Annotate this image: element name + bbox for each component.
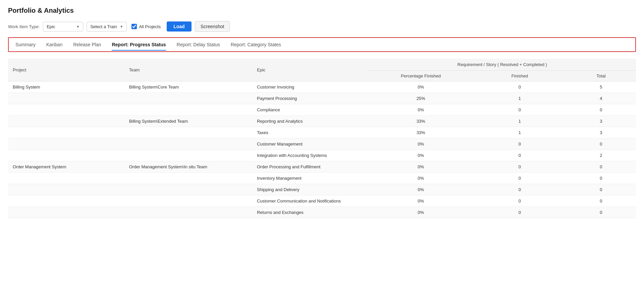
- table-row: Order Management SystemOrder Management …: [8, 161, 636, 173]
- col-header-project: Project: [8, 59, 124, 81]
- work-item-type-value: Epic: [47, 24, 55, 29]
- cell-total: 0: [566, 161, 636, 173]
- table-row: Integration with Accounting Systems0%02: [8, 150, 636, 161]
- cell-pct-finished: 0%: [369, 138, 473, 150]
- tab-report-progress[interactable]: Report: Progress Status: [106, 39, 171, 51]
- table-row: Inventory Management0%00: [8, 173, 636, 184]
- col-header-total: Total: [566, 71, 636, 81]
- all-projects-label: All Projects: [139, 24, 161, 29]
- cell-project: [8, 138, 124, 150]
- cell-project: [8, 195, 124, 207]
- tab-report-category[interactable]: Report: Category States: [225, 39, 286, 51]
- page-title: Portfolio & Analytics: [8, 7, 636, 14]
- table-row: Payment Processing25%14: [8, 93, 636, 104]
- cell-epic: Shipping and Delivery: [252, 184, 369, 195]
- cell-total: 0: [566, 207, 636, 218]
- cell-team: [124, 195, 252, 207]
- all-projects-group: All Projects: [131, 24, 161, 29]
- cell-team: [124, 104, 252, 116]
- table-row: Taxes33%13: [8, 127, 636, 138]
- table-row: Shipping and Delivery0%00: [8, 184, 636, 195]
- cell-pct-finished: 0%: [369, 81, 473, 93]
- col-header-team: Team: [124, 59, 252, 81]
- table-row: Customer Communication and Notifications…: [8, 195, 636, 207]
- report-table: Project Team Epic Requirement / Story ( …: [8, 59, 636, 218]
- cell-epic: Customer Invoicing: [252, 81, 369, 93]
- cell-pct-finished: 25%: [369, 93, 473, 104]
- col-header-epic: Epic: [252, 59, 369, 81]
- table-row: Compliance0%00: [8, 104, 636, 116]
- cell-epic: Payment Processing: [252, 93, 369, 104]
- cell-pct-finished: 0%: [369, 195, 473, 207]
- cell-team: [124, 138, 252, 150]
- col-header-req-story: Requirement / Story ( Resolved + Complet…: [369, 59, 636, 71]
- chevron-down-icon: ▼: [76, 25, 79, 28]
- cell-total: 0: [566, 104, 636, 116]
- table-row: Billing SystemBilling System\Core TeamCu…: [8, 81, 636, 93]
- select-train-dropdown[interactable]: Select a Train ▼: [87, 22, 127, 32]
- table-row: Customer Management0%00: [8, 138, 636, 150]
- col-header-pct-finished: Percentage Finished: [369, 71, 473, 81]
- cell-total: 5: [566, 81, 636, 93]
- cell-epic: Returns and Exchanges: [252, 207, 369, 218]
- cell-finished: 1: [473, 116, 566, 127]
- cell-finished: 0: [473, 173, 566, 184]
- tab-report-delay[interactable]: Report: Delay Status: [171, 39, 225, 51]
- cell-pct-finished: 0%: [369, 207, 473, 218]
- tab-kanban[interactable]: Kanban: [41, 39, 68, 51]
- report-table-container: Project Team Epic Requirement / Story ( …: [8, 59, 636, 218]
- work-item-type-label: Work Item Type:: [8, 24, 40, 29]
- cell-total: 3: [566, 116, 636, 127]
- screenshot-button[interactable]: Screenshot: [195, 21, 230, 32]
- cell-total: 0: [566, 173, 636, 184]
- cell-team: [124, 173, 252, 184]
- tab-summary[interactable]: Summary: [10, 39, 41, 51]
- cell-project: [8, 104, 124, 116]
- cell-finished: 0: [473, 150, 566, 161]
- cell-epic: Integration with Accounting Systems: [252, 150, 369, 161]
- cell-pct-finished: 0%: [369, 150, 473, 161]
- cell-finished: 0: [473, 161, 566, 173]
- tab-release-plan[interactable]: Release Plan: [68, 39, 106, 51]
- cell-epic: Compliance: [252, 104, 369, 116]
- cell-project: [8, 184, 124, 195]
- cell-epic: Taxes: [252, 127, 369, 138]
- cell-pct-finished: 33%: [369, 127, 473, 138]
- cell-epic: Customer Management: [252, 138, 369, 150]
- cell-team: [124, 150, 252, 161]
- tabs-bar: Summary Kanban Release Plan Report: Prog…: [8, 37, 636, 52]
- table-row: Billing System\Extended TeamReporting an…: [8, 116, 636, 127]
- load-button[interactable]: Load: [167, 21, 191, 32]
- cell-team: [124, 127, 252, 138]
- cell-pct-finished: 0%: [369, 104, 473, 116]
- cell-project: [8, 93, 124, 104]
- toolbar: Work Item Type: Epic ▼ Select a Train ▼ …: [8, 21, 636, 32]
- cell-team: [124, 93, 252, 104]
- cell-project: [8, 127, 124, 138]
- cell-team: Billing System\Extended Team: [124, 116, 252, 127]
- cell-team: [124, 207, 252, 218]
- cell-project: [8, 207, 124, 218]
- cell-total: 4: [566, 93, 636, 104]
- cell-total: 0: [566, 195, 636, 207]
- cell-project: [8, 150, 124, 161]
- cell-finished: 1: [473, 93, 566, 104]
- cell-finished: 0: [473, 81, 566, 93]
- work-item-type-dropdown[interactable]: Epic ▼: [43, 22, 83, 32]
- cell-total: 0: [566, 138, 636, 150]
- cell-finished: 1: [473, 127, 566, 138]
- cell-finished: 0: [473, 104, 566, 116]
- cell-epic: Reporting and Analytics: [252, 116, 369, 127]
- cell-pct-finished: 0%: [369, 161, 473, 173]
- chevron-down-icon: ▼: [120, 25, 123, 28]
- select-train-value: Select a Train: [90, 24, 117, 29]
- all-projects-checkbox[interactable]: [131, 24, 137, 29]
- cell-epic: Customer Communication and Notifications: [252, 195, 369, 207]
- cell-project: [8, 116, 124, 127]
- cell-finished: 0: [473, 207, 566, 218]
- cell-total: 3: [566, 127, 636, 138]
- table-row: Returns and Exchanges0%00: [8, 207, 636, 218]
- cell-team: Billing System\Core Team: [124, 81, 252, 93]
- cell-project: Billing System: [8, 81, 124, 93]
- cell-team: [124, 184, 252, 195]
